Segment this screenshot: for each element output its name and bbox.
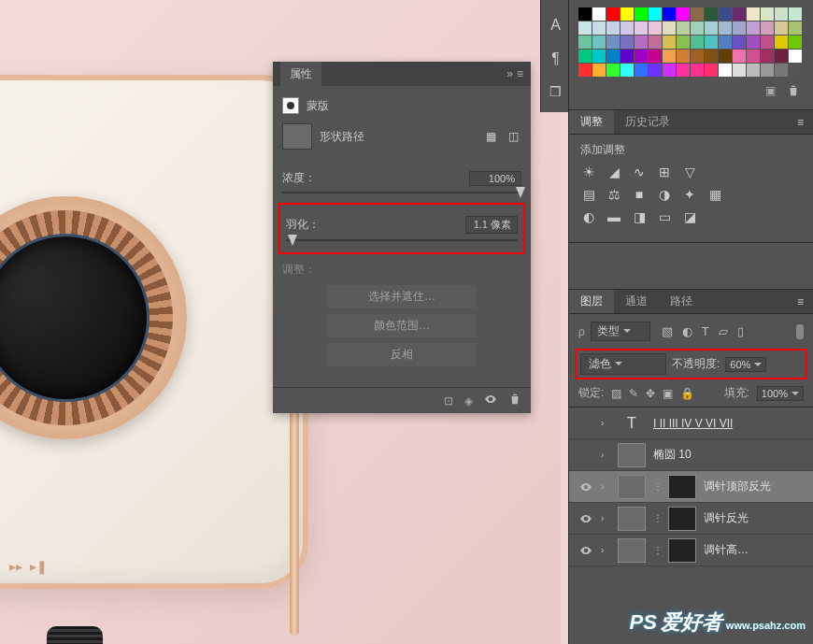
swatch[interactable] <box>761 7 774 21</box>
mask-thumbnail[interactable] <box>668 538 696 563</box>
mixer-icon[interactable]: ✦ <box>681 186 698 203</box>
invert-icon[interactable]: ◐ <box>580 208 597 225</box>
swatch[interactable] <box>606 64 620 77</box>
hue-icon[interactable]: ▤ <box>580 186 597 203</box>
swatch[interactable] <box>663 50 676 63</box>
photo-filter-icon[interactable]: ◑ <box>656 186 673 203</box>
pixel-mask-icon[interactable]: ▦ <box>482 128 499 145</box>
blend-mode-select[interactable]: 滤色 <box>580 353 666 375</box>
swatch[interactable] <box>705 36 718 49</box>
panel-collapse-button[interactable]: » ≡ <box>506 67 523 80</box>
swatch[interactable] <box>578 50 592 63</box>
tab-paths[interactable]: 路径 <box>659 290 704 313</box>
link-icon[interactable]: ⋮ <box>653 513 661 523</box>
mask-thumbnail[interactable] <box>668 475 696 499</box>
swatch[interactable] <box>789 21 802 35</box>
invert-button[interactable]: 反相 <box>327 343 477 366</box>
swatch[interactable] <box>761 50 774 63</box>
swatch[interactable] <box>606 21 620 35</box>
swatch[interactable] <box>620 64 634 77</box>
swatch[interactable] <box>677 36 690 49</box>
swatch[interactable] <box>620 50 634 63</box>
swatch[interactable] <box>719 21 732 35</box>
swatch[interactable] <box>649 7 662 21</box>
vibrance-icon[interactable]: ▽ <box>681 164 698 180</box>
gradient-map-icon[interactable]: ▭ <box>656 208 673 225</box>
layer-thumbnail[interactable] <box>618 538 646 563</box>
swatch[interactable] <box>733 64 746 77</box>
swatch[interactable] <box>789 64 802 77</box>
layer-row[interactable]: ›⋮调针反光 <box>569 503 813 535</box>
brightness-icon[interactable]: ☀ <box>580 164 597 180</box>
filter-adjust-icon[interactable]: ◐ <box>682 324 692 338</box>
tab-adjustments[interactable]: 调整 <box>569 110 614 134</box>
layer-thumbnail[interactable] <box>618 507 646 531</box>
opacity-input[interactable]: 60% <box>725 357 766 372</box>
swatch[interactable] <box>775 36 788 49</box>
swatch[interactable] <box>747 21 760 35</box>
swatch[interactable] <box>663 36 676 49</box>
expand-chevron-icon[interactable]: › <box>601 481 610 492</box>
swatch[interactable] <box>592 21 606 35</box>
swatch[interactable] <box>592 36 606 49</box>
swatch[interactable] <box>733 21 746 35</box>
adjust-panel-menu-icon[interactable]: ≡ <box>788 110 813 134</box>
link-icon[interactable]: ⋮ <box>653 545 661 555</box>
lut-icon[interactable]: ▦ <box>706 186 723 203</box>
layer-name[interactable]: 调针高… <box>704 542 807 558</box>
swatch[interactable] <box>606 36 620 49</box>
selective-color-icon[interactable]: ◪ <box>681 208 698 225</box>
new-swatch-icon[interactable]: ▣ <box>765 84 776 100</box>
filter-shape-icon[interactable]: ▱ <box>719 324 728 338</box>
lock-position-icon[interactable]: ✥ <box>646 387 655 400</box>
swatch[interactable] <box>635 21 648 35</box>
swatch[interactable] <box>649 21 662 35</box>
select-and-mask-button[interactable]: 选择并遮住… <box>327 285 477 308</box>
fill-input[interactable]: 100% <box>757 386 804 401</box>
threshold-icon[interactable]: ◨ <box>631 208 648 225</box>
swatch[interactable] <box>747 50 760 63</box>
delete-swatch-icon[interactable] <box>787 84 800 100</box>
swatch[interactable] <box>635 50 648 63</box>
swatch[interactable] <box>649 36 662 49</box>
swatch[interactable] <box>733 7 746 21</box>
apply-mask-icon[interactable]: ◈ <box>464 394 473 408</box>
swatch[interactable] <box>705 7 718 21</box>
cube-icon[interactable]: ❒ <box>549 84 562 99</box>
swatch[interactable] <box>761 21 774 35</box>
swatch[interactable] <box>733 50 746 63</box>
curves-icon[interactable]: ∿ <box>631 164 648 180</box>
filter-type-icon[interactable]: T <box>702 324 709 338</box>
lock-artboard-icon[interactable]: ▣ <box>663 387 673 400</box>
visibility-toggle-icon[interactable] <box>578 479 593 494</box>
swatch[interactable] <box>705 50 718 63</box>
filter-type-select[interactable]: 类型 <box>591 322 650 341</box>
layer-thumbnail[interactable] <box>618 475 646 499</box>
bw-icon[interactable]: ■ <box>631 186 648 203</box>
vector-mask-icon[interactable]: ◫ <box>505 128 521 145</box>
link-icon[interactable]: ⋮ <box>653 481 661 492</box>
swatch[interactable] <box>635 64 648 77</box>
filter-smart-icon[interactable]: ▯ <box>737 324 744 338</box>
balance-icon[interactable]: ⚖ <box>606 186 622 203</box>
swatch[interactable] <box>578 36 592 49</box>
layer-row[interactable]: ›⋮调针高… <box>569 535 813 566</box>
swatch[interactable] <box>691 21 704 35</box>
swatch[interactable] <box>789 36 802 49</box>
swatch[interactable] <box>747 7 760 21</box>
exposure-icon[interactable]: ⊞ <box>656 164 673 180</box>
layer-row[interactable]: ›椭圆 10 <box>569 439 813 471</box>
delete-mask-icon[interactable] <box>508 393 521 408</box>
layer-thumbnail[interactable] <box>618 443 646 467</box>
swatch[interactable] <box>705 21 718 35</box>
swatch[interactable] <box>719 64 732 77</box>
swatch[interactable] <box>789 50 802 63</box>
swatch[interactable] <box>620 36 634 49</box>
mask-thumbnail[interactable] <box>282 123 312 150</box>
swatch[interactable] <box>635 36 648 49</box>
swatch[interactable] <box>719 36 732 49</box>
lock-all-icon[interactable]: 🔒 <box>680 387 694 400</box>
swatch[interactable] <box>635 7 648 21</box>
swatch[interactable] <box>691 64 704 77</box>
swatch[interactable] <box>747 64 760 77</box>
